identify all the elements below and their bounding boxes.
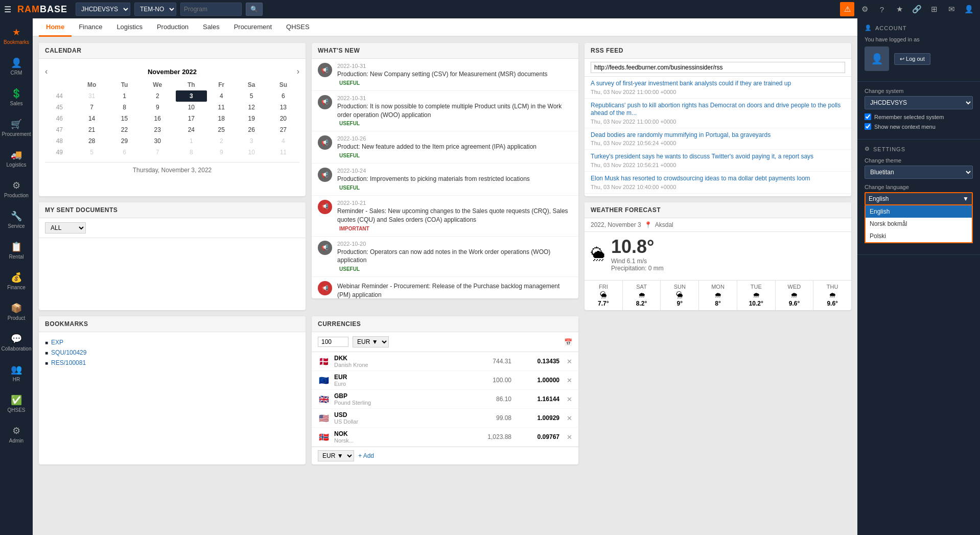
calendar-day[interactable]: 9 <box>207 147 236 158</box>
calendar-day[interactable]: 2 <box>207 135 236 147</box>
hamburger-icon[interactable]: ☰ <box>4 5 11 14</box>
lang-option-norsk[interactable]: Norsk bokmål <box>866 218 972 230</box>
calendar-day[interactable]: 29 <box>109 135 139 147</box>
sidebar-item-procurement[interactable]: 🛒 Procurement <box>0 112 33 143</box>
system-select[interactable]: JHCDEVSYS <box>76 3 130 16</box>
calendar-day[interactable]: 28 <box>74 135 110 147</box>
currency-from-select[interactable]: EUR ▼ <box>353 336 389 347</box>
tab-home[interactable]: Home <box>39 18 72 37</box>
lang-option-english[interactable]: English <box>866 205 972 218</box>
sidebar-item-service[interactable]: 🔧 Service <box>0 204 33 235</box>
calendar-day[interactable]: 22 <box>109 124 139 135</box>
currency-close-icon[interactable]: ✕ <box>567 358 572 365</box>
remember-system-checkbox[interactable] <box>865 113 871 120</box>
calendar-day[interactable]: 15 <box>109 113 139 124</box>
calendar-day[interactable]: 7 <box>74 102 110 113</box>
calendar-day[interactable]: 18 <box>207 113 236 124</box>
tab-production[interactable]: Production <box>150 18 196 37</box>
calendar-day[interactable]: 1 <box>109 90 139 102</box>
currency-close-icon[interactable]: ✕ <box>567 396 572 403</box>
tab-logistics[interactable]: Logistics <box>109 18 150 37</box>
sidebar-item-hr[interactable]: 👥 HR <box>0 358 33 388</box>
calendar-day[interactable]: 8 <box>109 102 139 113</box>
calendar-day[interactable]: 4 <box>207 90 236 102</box>
calendar-day[interactable]: 11 <box>267 147 299 158</box>
tem-select[interactable]: TEM-NO <box>134 3 176 16</box>
rss-item-title[interactable]: Dead bodies are randomly mummifying in P… <box>591 131 845 139</box>
sidebar-item-sales[interactable]: 💲 Sales <box>0 82 33 112</box>
currency-close-icon[interactable]: ✕ <box>567 377 572 384</box>
calendar-icon[interactable]: 📅 <box>564 338 572 346</box>
calendar-day[interactable]: 5 <box>74 147 110 158</box>
search-button[interactable]: 🔍 <box>246 3 263 16</box>
rss-item-title[interactable]: Republicans' push to kill abortion right… <box>591 102 845 118</box>
user-icon[interactable]: 👤 <box>962 2 976 16</box>
calendar-day[interactable]: 3 <box>236 135 267 147</box>
currency-amount-input[interactable] <box>318 337 348 347</box>
calendar-day[interactable]: 10 <box>176 102 207 113</box>
sent-docs-filter[interactable]: ALL <box>45 222 86 234</box>
calendar-day[interactable]: 6 <box>267 90 299 102</box>
rss-item-title[interactable]: Elon Musk has resorted to crowdsourcing … <box>591 175 845 183</box>
sidebar-item-qhses[interactable]: ✅ QHSES <box>0 388 33 419</box>
calendar-day[interactable]: 26 <box>236 124 267 135</box>
calendar-day[interactable]: 1 <box>176 135 207 147</box>
settings-icon[interactable]: ⚙ <box>857 2 872 16</box>
calendar-day[interactable]: 6 <box>109 147 139 158</box>
calendar-day[interactable]: 27 <box>267 124 299 135</box>
sidebar-item-product[interactable]: 📦 Product <box>0 296 33 327</box>
calendar-day[interactable]: 3 <box>176 90 207 102</box>
sidebar-item-finance[interactable]: 💰 Finance <box>0 266 33 296</box>
rss-item-title[interactable]: A survey of first-year investment bank a… <box>591 80 845 88</box>
tab-sales[interactable]: Sales <box>196 18 227 37</box>
calendar-day[interactable]: 13 <box>267 102 299 113</box>
bookmark-item[interactable]: ■SQU/100429 <box>45 347 299 358</box>
currency-footer-select[interactable]: EUR ▼ <box>318 450 354 461</box>
calendar-day[interactable]: 30 <box>139 135 176 147</box>
bookmark-item[interactable]: ■RES/100081 <box>45 358 299 368</box>
program-input[interactable] <box>180 3 242 16</box>
sidebar-item-admin[interactable]: ⚙ Admin <box>0 419 33 450</box>
calendar-day[interactable]: 8 <box>176 147 207 158</box>
sidebar-item-bookmarks[interactable]: ★ Bookmarks <box>0 20 33 51</box>
currency-close-icon[interactable]: ✕ <box>567 414 572 422</box>
sidebar-item-rental[interactable]: 📋 Rental <box>0 235 33 266</box>
calendar-day[interactable]: 11 <box>207 102 236 113</box>
calendar-day[interactable]: 25 <box>207 124 236 135</box>
help-icon[interactable]: ? <box>875 2 889 16</box>
grid-icon[interactable]: ⊞ <box>927 2 941 16</box>
calendar-day[interactable]: 10 <box>236 147 267 158</box>
calendar-day[interactable]: 9 <box>139 102 176 113</box>
alert-icon[interactable]: ⚠ <box>840 2 854 16</box>
change-system-select[interactable]: JHCDEVSYS <box>865 96 973 109</box>
calendar-day[interactable]: 7 <box>139 147 176 158</box>
calendar-day[interactable]: 19 <box>236 113 267 124</box>
calendar-day[interactable]: 2 <box>139 90 176 102</box>
add-currency-button[interactable]: + Add <box>358 452 374 459</box>
language-select-display[interactable]: English ▼ <box>865 192 973 205</box>
tab-procurement[interactable]: Procurement <box>227 18 279 37</box>
calendar-day[interactable]: 31 <box>74 90 110 102</box>
tab-finance[interactable]: Finance <box>72 18 109 37</box>
theme-select[interactable]: Bluetitan <box>865 166 973 179</box>
calendar-next[interactable]: › <box>297 67 299 76</box>
calendar-day[interactable]: 16 <box>139 113 176 124</box>
link-icon[interactable]: 🔗 <box>909 2 924 16</box>
sidebar-item-logistics[interactable]: 🚚 Logistics <box>0 143 33 174</box>
context-menu-checkbox[interactable] <box>865 123 871 130</box>
lang-option-polski[interactable]: Polski <box>866 230 972 242</box>
currency-close-icon[interactable]: ✕ <box>567 433 572 441</box>
sidebar-item-crm[interactable]: 👤 CRM <box>0 51 33 82</box>
sidebar-item-collaboration[interactable]: 💬 Collaboration <box>0 327 33 358</box>
calendar-prev[interactable]: ‹ <box>45 67 48 76</box>
calendar-day[interactable]: 14 <box>74 113 110 124</box>
tab-qhses[interactable]: QHSES <box>279 18 317 37</box>
calendar-day[interactable]: 5 <box>236 90 267 102</box>
calendar-day[interactable]: 21 <box>74 124 110 135</box>
rss-item-title[interactable]: Turkey's president says he wants to disc… <box>591 153 845 161</box>
star-icon[interactable]: ★ <box>892 2 906 16</box>
bookmark-item[interactable]: ■EXP <box>45 337 299 347</box>
calendar-day[interactable]: 12 <box>236 102 267 113</box>
calendar-day[interactable]: 20 <box>267 113 299 124</box>
calendar-day[interactable]: 23 <box>139 124 176 135</box>
